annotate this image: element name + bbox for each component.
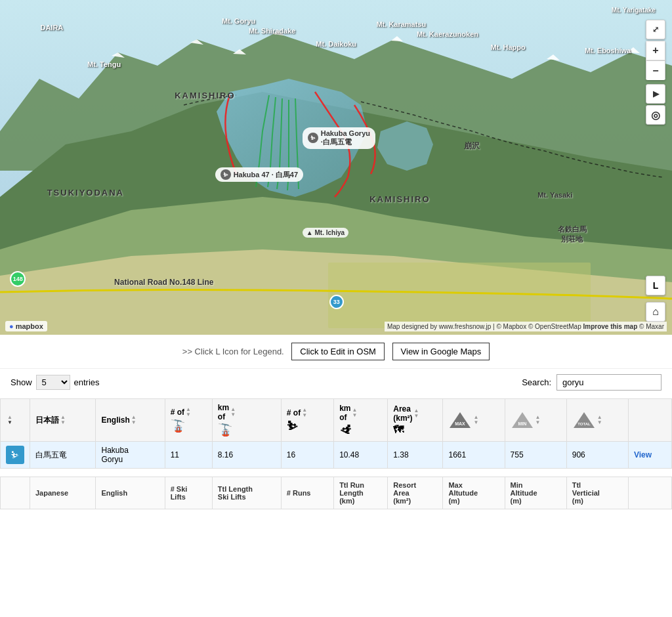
map-label-kuzuresawa: 崩沢: [464, 140, 480, 152]
cell-area: 1.38: [388, 442, 443, 469]
map-label-yarigatake: Mt. Yarigatake: [612, 7, 656, 14]
footer-col-min-alt: MinAltitude(m): [505, 477, 566, 509]
col-min-alt[interactable]: MIN ▲▼: [505, 399, 566, 442]
data-table: ▲▼ 日本語 ▲▼ English ▲▼ # of ▲▼ 🚡: [0, 398, 672, 509]
map-label-eboshiwa: Mt. Eboshiwa: [585, 47, 631, 54]
col-num-lifts[interactable]: # of ▲▼ 🚡: [165, 399, 212, 442]
map-container: DAIRA Mt. Tengu Mt. Goryu Mt. Shiradake …: [0, 0, 672, 335]
map-credits: Map designed by www.freshsnow.jp | © Map…: [385, 322, 667, 331]
show-label: Show: [10, 377, 32, 387]
footer-col-total-vert: TtlVerticial(m): [566, 477, 628, 509]
map-label-kamishiro-top: KAMISHIRO: [175, 91, 235, 100]
table-row: ⛷ 白馬五竜 HakubaGoryu 11 8.16 16 10.48 1.38…: [1, 442, 672, 469]
footer-col-blank1: [1, 477, 30, 509]
cell-view-link[interactable]: View: [628, 442, 671, 469]
search-input[interactable]: [556, 374, 662, 391]
footer-col-km-runs: Ttl RunLength(km): [334, 477, 388, 509]
search-label: Search:: [522, 377, 551, 387]
cell-km-lifts: 8.16: [212, 442, 281, 469]
entries-select[interactable]: 5 10 25 50 100: [36, 375, 70, 390]
map-label-meitetsu: 名鉄白馬別荘地: [558, 224, 587, 244]
col-english[interactable]: English ▲▼: [96, 399, 165, 442]
cell-total-vert: 906: [566, 442, 628, 469]
zoom-in-button[interactable]: +: [646, 41, 665, 60]
footer-col-num-runs: # Runs: [281, 477, 333, 509]
map-label-shiradake: Mt. Shiradake: [249, 27, 296, 35]
svg-text:MAX: MAX: [455, 421, 466, 426]
table-controls: Show 5 10 25 50 100 entries Search:: [0, 369, 672, 396]
zoom-out-button[interactable]: −: [646, 60, 665, 80]
footer-col-blank2: [628, 477, 671, 509]
cell-japanese: 白馬五竜: [30, 442, 96, 469]
spacer-row: [1, 469, 672, 477]
pan-button[interactable]: ▶: [646, 84, 665, 104]
map-label-tengu: Mt. Tengu: [87, 60, 121, 68]
footer-col-english: English: [96, 477, 165, 509]
footer-col-km-lifts: Ttl LengthSki Lifts: [212, 477, 281, 509]
map-label-karamatsu: Mt. Karamatsu: [376, 20, 426, 28]
svg-text:MIN: MIN: [518, 421, 526, 426]
svg-text:TOTAL: TOTAL: [578, 422, 591, 426]
legend-button[interactable]: L: [646, 276, 665, 295]
col-total-vert[interactable]: TOTAL ▲▼: [566, 399, 628, 442]
mapbox-logo: ● mapbox: [5, 321, 47, 331]
map-label-kamishiro-bottom: KAMISHIRO: [369, 194, 430, 204]
map-label-daikoku: Mt. Daikoku: [316, 40, 356, 48]
map-label-yasaki: Mt. Yasaki: [537, 191, 572, 199]
map-label-kaerazunoken: Mt. Kaerazunoken: [417, 30, 478, 38]
col-km-runs[interactable]: kmof ▲▼ ⛷: [334, 399, 388, 442]
col-km-lifts[interactable]: kmof ▲▼ 🚡: [212, 399, 281, 442]
map-label-daira: DAIRA: [40, 24, 63, 32]
footer-header-row: Japanese English # SkiLifts Ttl LengthSk…: [1, 477, 672, 509]
footer-col-japanese: Japanese: [30, 477, 96, 509]
map-label-happo: Mt. Happo: [491, 43, 526, 51]
col-area[interactable]: Area(km²) ▲▼ 🗺: [388, 399, 443, 442]
map-label-tsukiyodana: TSUKIYODANA: [47, 188, 124, 198]
footer-col-num-lifts: # SkiLifts: [165, 477, 212, 509]
show-entries-control: Show 5 10 25 50 100 entries: [10, 375, 100, 390]
cell-km-runs: 10.48: [334, 442, 388, 469]
table-header-row: ▲▼ 日本語 ▲▼ English ▲▼ # of ▲▼ 🚡: [1, 399, 672, 442]
entries-label: entries: [74, 377, 100, 387]
col-action: [628, 399, 671, 442]
footer-col-max-alt: MaxAltutude(m): [443, 477, 505, 509]
map-label-road: National Road No.148 Line: [114, 278, 213, 287]
col-num-runs[interactable]: # of ▲▼ ⛷: [281, 399, 333, 442]
search-box: Search:: [522, 374, 662, 391]
cell-num-runs: 16: [281, 442, 333, 469]
home-button[interactable]: ⌂: [646, 302, 665, 322]
map-attribution: ● mapbox Map designed by www.freshsnow.j…: [0, 321, 672, 331]
osm-edit-button[interactable]: Click to Edit in OSM: [291, 343, 385, 360]
cell-max-alt: 1661: [443, 442, 505, 469]
cell-min-alt: 755: [505, 442, 566, 469]
hakuba47-label: ⛷ Hakuba 47 · 白馬47: [215, 167, 303, 182]
mt-ichiya-label: ▲ Mt. Ichiya: [303, 228, 348, 238]
col-japanese[interactable]: 日本語 ▲▼: [30, 399, 96, 442]
map-label-goryu: Mt. Goryu: [222, 17, 255, 25]
resort-icon-cell: ⛷: [1, 442, 30, 469]
legend-instruction: >> Click L Icon for Legend.: [182, 347, 284, 356]
fullscreen-button[interactable]: ⤢: [646, 20, 665, 39]
col-max-alt[interactable]: MAX ▲▼: [443, 399, 505, 442]
hakuba-goryu-label: ⛷ Hakuba Goryu·白馬五電: [303, 127, 375, 149]
cell-num-lifts: 11: [165, 442, 212, 469]
cell-english: HakubaGoryu: [96, 442, 165, 469]
compass-button[interactable]: ◎: [646, 105, 665, 125]
footer-col-area: ResortArea(km²): [388, 477, 443, 509]
google-maps-button[interactable]: View in Google Maps: [392, 343, 490, 360]
road-33-badge: 33: [329, 295, 344, 309]
map-controls: ⤢ + − ▶ ◎: [646, 20, 665, 125]
toolbar-section: >> Click L Icon for Legend. Click to Edi…: [0, 335, 672, 369]
col-sort-icon[interactable]: ▲▼: [1, 399, 30, 442]
